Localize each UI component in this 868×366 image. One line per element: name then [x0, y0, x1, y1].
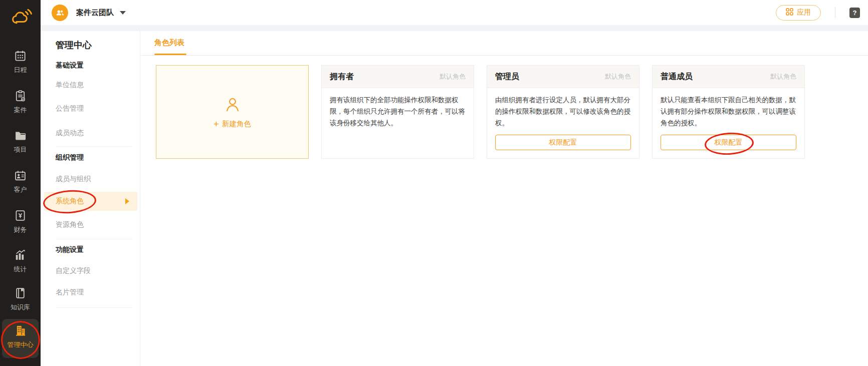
default-role-badge: 默认角色	[770, 72, 796, 81]
menu-item-system-roles[interactable]: 系统角色	[44, 192, 137, 211]
sidebar-item-label: 客户	[14, 186, 27, 194]
sidebar-item-label: 项目	[14, 146, 27, 154]
menu-section-basic-settings: 基础设置	[56, 60, 84, 70]
role-card-header: 拥有者 默认角色	[322, 66, 474, 88]
role-card-header: 普通成员 默认角色	[653, 66, 804, 88]
plus-icon: +	[213, 119, 219, 129]
sidebar-item-customers[interactable]: 客户	[0, 169, 41, 193]
apps-grid-icon	[786, 8, 793, 17]
menu-item-custom-fields[interactable]: 自定义字段	[41, 265, 140, 275]
menu-item-members-orgs[interactable]: 成员与组织	[41, 174, 140, 184]
chevron-down-icon[interactable]	[120, 11, 126, 15]
clipboard-icon	[14, 90, 27, 104]
default-role-badge: 默认角色	[440, 72, 466, 81]
new-role-button[interactable]: + 新建角色	[213, 119, 251, 129]
sidebar-item-knowledge-base[interactable]: 知识库	[0, 287, 41, 311]
sidebar-item-cases[interactable]: 案件	[0, 90, 41, 114]
new-role-card[interactable]: + 新建角色	[156, 65, 309, 159]
permission-config-button-member[interactable]: 权限配置	[661, 135, 796, 150]
team-avatar[interactable]	[52, 5, 68, 21]
person-outline-icon	[223, 95, 242, 116]
topbar-divider	[835, 7, 835, 18]
folder-icon	[14, 129, 27, 144]
sidebar-item-label: 财务	[14, 226, 27, 234]
role-card-header: 管理员 默认角色	[487, 66, 639, 88]
sidebar-item-admin-center[interactable]: 管理中心	[2, 319, 39, 358]
menu-divider	[56, 307, 132, 308]
role-card-member: 普通成员 默认角色 默认只能查看本组织下跟自己相关的数据，默认拥有部分操作权限和…	[652, 65, 805, 159]
tab-role-list[interactable]: 角色列表	[154, 38, 184, 48]
building-icon	[14, 324, 27, 339]
menu-section-feature-settings: 功能设置	[56, 244, 84, 254]
role-title: 管理员	[495, 72, 519, 82]
role-description: 由组织拥有者进行设定人员，默认拥有大部分的操作权限和数据权限，可以修改该角色的授…	[487, 88, 639, 129]
menu-divider	[56, 146, 132, 147]
sidebar-item-label: 管理中心	[8, 341, 34, 349]
tab-bottom-border	[141, 55, 868, 56]
menu-title: 管理中心	[56, 39, 92, 51]
menu-item-label: 系统角色	[56, 197, 84, 206]
role-description: 默认只能查看本组织下跟自己相关的数据，默认拥有部分操作权限和数据权限，可以调整该…	[653, 88, 804, 129]
role-description: 拥有该组织下的全部功能操作权限和数据权限，每个组织只允许拥有一个所有者，可以将该…	[322, 88, 474, 129]
admin-menu: 管理中心 基础设置 单位信息 公告管理 成员动态 组织管理 成员与组织 系统角色…	[41, 31, 140, 366]
sidebar-item-schedule[interactable]: 日程	[0, 50, 41, 74]
topbar: 案件云团队 应用 ?	[41, 0, 868, 25]
role-title: 拥有者	[330, 72, 354, 82]
sidebar-item-label: 知识库	[11, 303, 30, 311]
default-role-badge: 默认角色	[605, 72, 631, 81]
arrow-right-icon	[125, 198, 129, 204]
menu-item-member-activity[interactable]: 成员动态	[41, 128, 140, 138]
yuan-book-icon	[14, 209, 27, 224]
role-card-owner: 拥有者 默认角色 拥有该组织下的全部功能操作权限和数据权限，每个组织只允许拥有一…	[321, 65, 474, 159]
app-logo-icon	[0, 5, 41, 31]
role-title: 普通成员	[661, 72, 693, 82]
menu-item-business-cards[interactable]: 名片管理	[41, 287, 140, 297]
help-glyph: ?	[853, 9, 857, 17]
menu-section-org-management: 组织管理	[56, 152, 84, 162]
calendar-icon	[14, 50, 27, 64]
help-icon[interactable]: ?	[849, 8, 860, 18]
sidebar-item-projects[interactable]: 项目	[0, 129, 41, 153]
permission-config-button-admin[interactable]: 权限配置	[495, 135, 631, 150]
bar-chart-icon	[14, 249, 27, 263]
app-sidebar: 日程 案件 项目 客户 财务	[0, 0, 41, 366]
team-name[interactable]: 案件云团队	[76, 8, 114, 18]
apps-button[interactable]: 应用	[776, 5, 821, 21]
menu-item-announcements[interactable]: 公告管理	[41, 103, 140, 113]
topbar-separator	[41, 25, 868, 31]
sidebar-item-label: 统计	[14, 265, 27, 273]
screen: 日程 案件 项目 客户 财务	[0, 0, 868, 366]
menu-divider	[56, 239, 132, 239]
main-content: 角色列表 + 新建角色 拥有者 默认角色 拥有该组织下的全部功能操作权限和数据权…	[141, 31, 868, 366]
menu-item-unit-info[interactable]: 单位信息	[41, 80, 140, 90]
id-card-icon	[14, 169, 27, 184]
menu-item-resource-roles[interactable]: 资源角色	[41, 219, 140, 229]
notebook-icon	[14, 287, 27, 301]
sidebar-item-label: 日程	[14, 66, 27, 74]
sidebar-item-statistics[interactable]: 统计	[0, 249, 41, 273]
role-card-admin: 管理员 默认角色 由组织拥有者进行设定人员，默认拥有大部分的操作权限和数据权限，…	[487, 65, 639, 159]
apps-button-label: 应用	[797, 8, 811, 17]
new-role-label: 新建角色	[222, 119, 251, 129]
sidebar-item-finance[interactable]: 财务	[0, 209, 41, 233]
sidebar-item-label: 案件	[14, 106, 27, 114]
